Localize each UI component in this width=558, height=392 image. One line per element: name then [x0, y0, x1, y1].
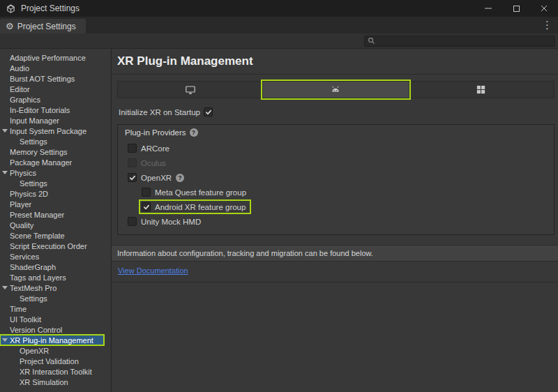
android-xr-feature-group-checkbox[interactable] [142, 202, 151, 211]
provider-row: Unity Mock HMD [118, 214, 554, 229]
provider-label: Unity Mock HMD [141, 218, 201, 226]
platform-tabs [117, 81, 555, 98]
sidebar-item-label: Physics 2D [10, 190, 48, 198]
sidebar-item-audio[interactable]: Audio [0, 63, 111, 73]
providers-list: ARCoreOculusOpenXR?Meta Quest feature gr… [118, 141, 554, 229]
view-documentation-link[interactable]: View Documentation [118, 266, 188, 275]
sidebar-item-label: Scene Template [10, 232, 65, 240]
initialize-xr-checkbox[interactable] [204, 107, 213, 116]
sidebar-item-label: XR Simulation [20, 378, 68, 386]
provider-label: Android XR feature group [155, 203, 246, 211]
maximize-button[interactable] [502, 0, 530, 17]
sidebar-item-label: In-Editor Tutorials [10, 106, 70, 114]
sidebar-item-label: Audio [10, 64, 29, 73]
title-divider [112, 74, 558, 75]
platform-tab-windows[interactable] [409, 82, 554, 98]
sidebar-item-player[interactable]: Player [0, 199, 111, 209]
sidebar-item-settings[interactable]: Settings [0, 293, 111, 303]
sidebar-item-label: Burst AOT Settings [10, 75, 75, 83]
sidebar-item-label: Adaptive Performance [10, 54, 86, 62]
sidebar-item-xr-plug-in-management[interactable]: XR Plug-in Management [0, 335, 104, 345]
sidebar-item-memory-settings[interactable]: Memory Settings [0, 146, 111, 157]
provider-oculus: Oculus [126, 157, 170, 169]
sidebar-item-settings[interactable]: Settings [0, 136, 111, 146]
sidebar-item-project-validation[interactable]: Project Validation [0, 356, 111, 366]
sidebar-item-in-editor-tutorials[interactable]: In-Editor Tutorials [0, 105, 111, 115]
sidebar-item-physics[interactable]: Physics [0, 167, 111, 178]
search-box[interactable] [364, 36, 555, 47]
openxr-checkbox[interactable] [128, 173, 137, 182]
platform-tab-desktop[interactable] [118, 82, 263, 98]
sidebar-item-label: Settings [20, 137, 47, 146]
sidebar-item-time[interactable]: Time [0, 303, 111, 314]
sidebar-item-input-system-package[interactable]: Input System Package [0, 126, 111, 136]
foldout-expanded-icon[interactable] [2, 171, 8, 174]
sidebar-item-ui-toolkit[interactable]: UI Toolkit [0, 314, 111, 324]
provider-label: Oculus [141, 159, 166, 167]
foldout-expanded-icon[interactable] [2, 129, 8, 133]
minimize-button[interactable] [474, 0, 502, 17]
tab-label: Project Settings [17, 22, 76, 31]
sidebar-item-preset-manager[interactable]: Preset Manager [0, 209, 111, 220]
provider-label: OpenXR [141, 174, 172, 182]
foldout-expanded-icon[interactable] [2, 286, 8, 289]
gear-icon: ⚙ [6, 21, 14, 31]
sidebar-item-graphics[interactable]: Graphics [0, 94, 111, 105]
sidebar-item-package-manager[interactable]: Package Manager [0, 157, 111, 167]
sidebar-item-label: Input System Package [10, 127, 86, 135]
sidebar-item-label: TextMesh Pro [10, 284, 56, 292]
sidebar-item-quality[interactable]: Quality [0, 220, 111, 230]
sidebar-item-label: Memory Settings [10, 148, 68, 156]
window-controls [474, 0, 558, 17]
sidebar-item-burst-aot-settings[interactable]: Burst AOT Settings [0, 73, 111, 84]
close-button[interactable] [530, 0, 558, 17]
provider-unity-mock-hmd: Unity Mock HMD [126, 216, 205, 227]
toolbar [0, 33, 558, 49]
provider-row: Meta Quest feature group [118, 185, 554, 199]
settings-sidebar: Adaptive PerformanceAudioBurst AOT Setti… [0, 49, 112, 392]
meta-quest-feature-group-checkbox[interactable] [142, 188, 151, 197]
sidebar-item-label: Script Execution Order [10, 242, 87, 250]
sidebar-item-label: UI Toolkit [10, 315, 41, 324]
sidebar-item-script-execution-order[interactable]: Script Execution Order [0, 241, 111, 251]
sidebar-item-version-control[interactable]: Version Control [0, 324, 111, 335]
sidebar-item-shadergraph[interactable]: ShaderGraph [0, 262, 111, 272]
window-title: Project Settings [21, 3, 80, 13]
sidebar-item-label: Graphics [10, 96, 40, 104]
sidebar-item-scene-template[interactable]: Scene Template [0, 230, 111, 241]
sidebar-item-label: Player [10, 200, 31, 209]
provider-meta-quest-feature-group: Meta Quest feature group [140, 186, 250, 198]
sidebar-item-settings[interactable]: Settings [0, 178, 111, 188]
sidebar-item-input-manager[interactable]: Input Manager [0, 115, 111, 126]
page-title: XR Plug-in Management [117, 54, 555, 68]
sidebar-item-xr-interaction-toolkit[interactable]: XR Interaction Toolkit [0, 366, 111, 377]
sidebar-item-services[interactable]: Services [0, 251, 111, 262]
plugin-providers-title: Plug-in Providers [125, 128, 186, 137]
search-input[interactable] [378, 36, 552, 45]
help-icon[interactable]: ? [176, 174, 184, 182]
sidebar-item-label: Version Control [10, 326, 62, 334]
initialize-xr-label: Initialize XR on Startup [119, 108, 204, 116]
sidebar-item-label: Time [10, 305, 27, 313]
unity-mock-hmd-checkbox[interactable] [128, 217, 137, 226]
sidebar-item-label: Input Manager [10, 116, 59, 125]
arcore-checkbox[interactable] [128, 144, 137, 153]
foldout-expanded-icon[interactable] [2, 338, 8, 342]
sidebar-item-tags-and-layers[interactable]: Tags and Layers [0, 272, 111, 282]
sidebar-item-label: OpenXR [20, 347, 49, 355]
tab-project-settings[interactable]: ⚙ Project Settings [0, 19, 86, 33]
help-icon[interactable]: ? [190, 128, 198, 137]
sidebar-item-textmesh-pro[interactable]: TextMesh Pro [0, 282, 111, 293]
platform-tab-android[interactable] [263, 82, 408, 98]
desktop-icon [185, 84, 196, 96]
sidebar-item-xr-simulation[interactable]: XR Simulation [0, 377, 111, 387]
sidebar-item-editor[interactable]: Editor [0, 84, 111, 94]
kebab-menu-icon[interactable]: ⋮ [536, 19, 558, 31]
oculus-checkbox [128, 158, 137, 167]
sidebar-item-openxr[interactable]: OpenXR [0, 345, 111, 356]
main-panel: XR Plug-in Management Initialize XR on S… [112, 49, 558, 392]
sidebar-item-adaptive-performance[interactable]: Adaptive Performance [0, 52, 111, 63]
provider-row: Android XR feature group [118, 199, 554, 214]
sidebar-item-physics-2d[interactable]: Physics 2D [0, 188, 111, 199]
provider-row: ARCore [118, 141, 554, 156]
